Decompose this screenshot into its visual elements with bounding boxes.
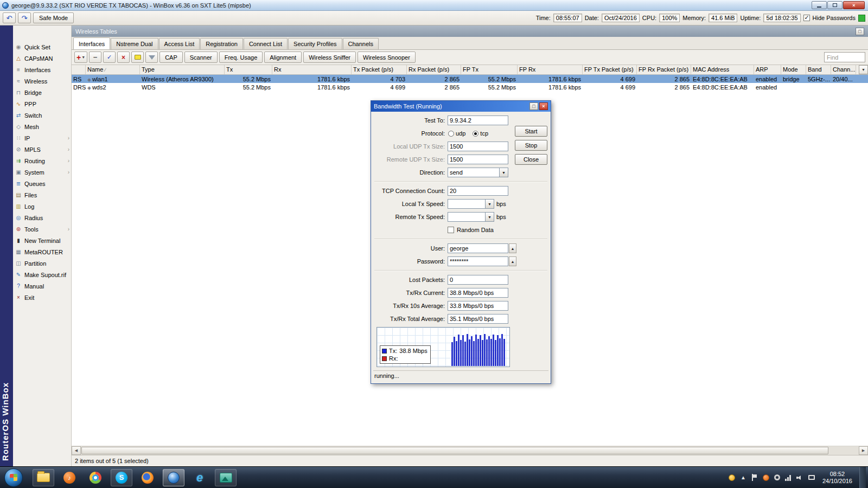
sidebar-item-interfaces[interactable]: ≡Interfaces <box>13 64 71 75</box>
sidebar-item-routing[interactable]: ⇉Routing› <box>13 155 71 166</box>
sidebar-item-metarouter[interactable]: ▦MetaROUTER <box>13 246 71 258</box>
close-dialog-button[interactable]: Close <box>515 154 547 165</box>
tab-security-profiles[interactable]: Security Profiles <box>288 38 342 49</box>
column-header-rx-packet[interactable]: Rx Packet (p/s) <box>407 65 461 74</box>
sidebar-item-exit[interactable]: ×Exit <box>13 292 71 303</box>
minimize-button[interactable] <box>812 1 827 9</box>
add-button[interactable]: +▼ <box>74 52 87 63</box>
scroll-left-button[interactable]: ◀ <box>72 446 81 455</box>
tray-signal-icon[interactable] <box>785 474 793 481</box>
sidebar-item-bridge[interactable]: ⊓Bridge <box>13 87 71 98</box>
sidebar-item-partition[interactable]: ◫Partition <box>13 258 71 269</box>
taskbar-clock[interactable]: 08:52 24/10/2016 <box>822 471 852 485</box>
sidebar-item-tools[interactable]: ⊛Tools› <box>13 223 71 235</box>
scanner-button[interactable]: Scanner <box>184 52 218 63</box>
undo-button[interactable]: ↶ <box>3 12 16 23</box>
taskbar-chrome-button[interactable] <box>85 469 106 486</box>
tcp-connection-count-input[interactable] <box>448 186 508 196</box>
sidebar-item-log[interactable]: ▥Log <box>13 201 71 212</box>
tab-nstreme-dual[interactable]: Nstreme Dual <box>111 38 158 49</box>
random-data-checkbox[interactable] <box>448 227 454 233</box>
sidebar-item-quick-set[interactable]: ◉Quick Set <box>13 41 71 53</box>
dialog-maximize-button[interactable]: □ <box>529 102 538 110</box>
protocol-tcp-radio[interactable] <box>473 131 478 137</box>
sidebar-item-files[interactable]: ▤Files <box>13 189 71 201</box>
remote-tx-speed-input[interactable] <box>448 212 486 222</box>
start-button[interactable]: Start <box>515 126 547 137</box>
sidebar-item-new-terminal[interactable]: ▮New Terminal <box>13 235 71 246</box>
remote-udp-tx-size-input[interactable] <box>448 155 508 164</box>
stop-button[interactable]: Stop <box>515 140 547 151</box>
taskbar-firefox-button[interactable] <box>137 469 158 486</box>
column-header-flags[interactable] <box>72 65 86 74</box>
user-input[interactable] <box>448 243 508 253</box>
sidebar-item-radius[interactable]: ◎Radius <box>13 212 71 223</box>
start-button[interactable] <box>4 468 23 487</box>
show-desktop-button[interactable] <box>859 467 866 488</box>
password-up-icon[interactable]: ▲ <box>509 256 516 266</box>
scrollbar-thumb[interactable] <box>81 447 828 454</box>
safe-mode-button[interactable]: Safe Mode <box>33 12 74 23</box>
taskbar-internet-explorer-button[interactable]: e <box>189 469 210 486</box>
table-row-wds2[interactable]: DRS ◈wds2 WDS 55.2 Mbps 1781.6 kbps 4 69… <box>72 83 868 91</box>
column-header-tx[interactable]: Tx <box>225 65 272 74</box>
tab-interfaces[interactable]: Interfaces <box>73 37 110 49</box>
tab-registration[interactable]: Registration <box>200 38 243 49</box>
sidebar-item-system[interactable]: ▣System› <box>13 166 71 178</box>
sidebar-item-ppp[interactable]: ∿PPP <box>13 98 71 110</box>
local-tx-speed-dropdown-icon[interactable]: ▼ <box>486 199 494 209</box>
find-input[interactable] <box>824 52 865 62</box>
tray-network-icon[interactable] <box>808 474 815 481</box>
enable-button[interactable]: ✓ <box>103 52 116 63</box>
dialog-close-icon-button[interactable]: × <box>539 102 548 110</box>
tray-settings-gear-icon[interactable] <box>774 474 781 481</box>
test-to-input[interactable] <box>448 115 508 125</box>
alignment-button[interactable]: Alignment <box>264 52 302 63</box>
hide-passwords-checkbox[interactable] <box>803 15 810 21</box>
close-button[interactable]: × <box>843 1 865 9</box>
column-selector-button[interactable]: ▼ <box>859 65 868 74</box>
sidebar-item-queues[interactable]: ≣Queues <box>13 178 71 189</box>
tab-connect-list[interactable]: Connect List <box>244 38 288 49</box>
cap-button[interactable]: CAP <box>159 52 183 63</box>
sidebar-item-switch[interactable]: ⇄Switch <box>13 110 71 121</box>
tab-access-list[interactable]: Access List <box>159 38 200 49</box>
maximize-button[interactable] <box>827 1 843 9</box>
column-header-fp-tx-packet[interactable]: FP Tx Packet (p/s) <box>583 65 637 74</box>
filter-button[interactable] <box>145 52 158 63</box>
local-tx-speed-input[interactable] <box>448 199 486 209</box>
remote-tx-speed-dropdown-icon[interactable]: ▼ <box>486 212 494 222</box>
sidebar-item-ip[interactable]: ∷IP› <box>13 132 71 144</box>
tray-app-icon[interactable] <box>762 474 770 481</box>
column-header-rx[interactable]: Rx <box>272 65 352 74</box>
sidebar-item-mesh[interactable]: ◇Mesh <box>13 121 71 132</box>
column-header-fp-rx[interactable]: FP Rx <box>518 65 583 74</box>
sidebar-item-manual[interactable]: ?Manual <box>13 280 71 292</box>
taskbar-skype-button[interactable]: S <box>111 469 132 486</box>
column-header-arp[interactable]: ARP <box>754 65 781 74</box>
tray-hidden-icons-arrow-icon[interactable]: ▲ <box>739 474 747 481</box>
sidebar-item-make-supout[interactable]: ✎Make Supout.rif <box>13 269 71 280</box>
wireless-snooper-button[interactable]: Wireless Snooper <box>358 52 416 63</box>
disable-button[interactable]: × <box>117 52 130 63</box>
taskbar-image-viewer-button[interactable] <box>215 469 237 486</box>
user-up-icon[interactable]: ▲ <box>509 243 516 253</box>
taskbar-media-player-button[interactable]: ♪ <box>59 469 80 486</box>
column-header-channel[interactable]: Chann... <box>831 65 856 74</box>
local-udp-tx-size-input[interactable] <box>448 142 508 151</box>
scrollbar-track[interactable] <box>81 446 859 455</box>
column-header-tx-packet[interactable]: Tx Packet (p/s) <box>352 65 407 74</box>
sidebar-item-capsman[interactable]: △CAPsMAN <box>13 53 71 64</box>
table-row-wlan1[interactable]: RS ◈wlan1 Wireless (Atheros AR9300) 55.2… <box>72 75 868 83</box>
redo-button[interactable]: ↷ <box>18 12 31 23</box>
freq-usage-button[interactable]: Freq. Usage <box>219 52 263 63</box>
wireless-tables-maximize-button[interactable]: □ <box>856 28 864 35</box>
remove-button[interactable]: − <box>89 52 101 63</box>
scroll-right-button[interactable]: ▶ <box>859 446 868 455</box>
wireless-sniffer-button[interactable]: Wireless Sniffer <box>303 52 356 63</box>
column-header-fp-tx[interactable]: FP Tx <box>461 65 518 74</box>
protocol-udp-radio[interactable] <box>448 131 454 137</box>
tray-action-center-flag-icon[interactable] <box>751 474 758 481</box>
tray-volume-icon[interactable] <box>796 474 804 481</box>
direction-dropdown-icon[interactable]: ▼ <box>500 168 508 177</box>
